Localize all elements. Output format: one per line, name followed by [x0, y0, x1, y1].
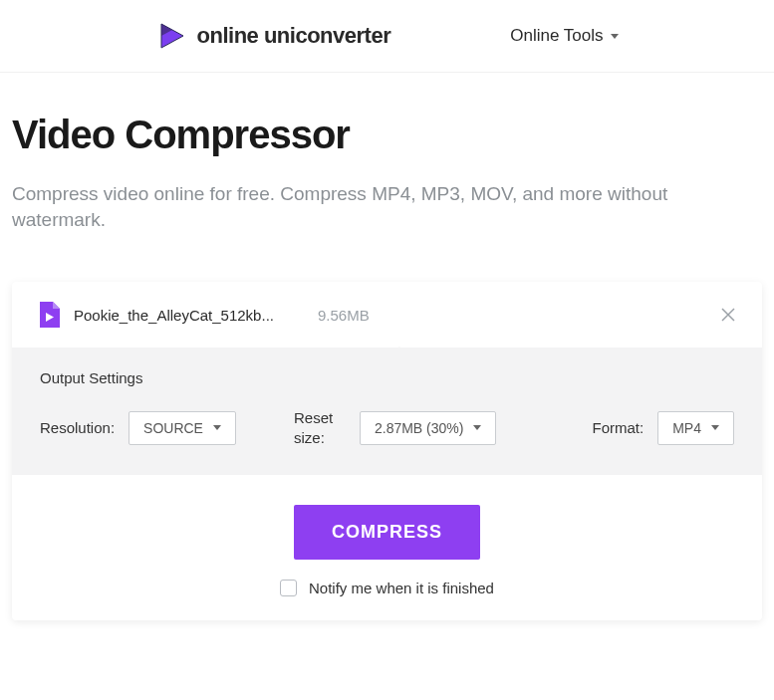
pointer-arrow	[390, 347, 408, 355]
nav-online-tools-label: Online Tools	[510, 26, 603, 46]
resolution-value: SOURCE	[143, 420, 203, 436]
chevron-down-icon	[473, 425, 481, 430]
compress-button[interactable]: COMPRESS	[294, 505, 480, 560]
format-dropdown[interactable]: MP4	[657, 411, 734, 445]
file-row: Pookie_the_AlleyCat_512kb... 9.56MB	[12, 282, 762, 348]
video-file-icon	[38, 302, 60, 328]
nav-online-tools[interactable]: Online Tools	[510, 26, 619, 46]
resolution-label: Resolution:	[40, 419, 115, 436]
reset-size-value: 2.87MB (30%)	[375, 420, 463, 436]
actions: COMPRESS Notify me when it is finished	[12, 475, 762, 620]
page-title: Video Compressor	[12, 113, 762, 157]
main-content: Video Compressor Compress video online f…	[0, 73, 774, 620]
chevron-down-icon	[711, 425, 719, 430]
notify-checkbox[interactable]	[280, 580, 297, 596]
header: online uniconverter Online Tools	[0, 0, 774, 73]
chevron-down-icon	[611, 34, 619, 39]
settings-row: Resolution: SOURCE Reset size: 2.87MB (3…	[40, 408, 734, 447]
chevron-down-icon	[213, 425, 221, 430]
close-icon[interactable]	[720, 307, 736, 323]
settings-heading: Output Settings	[40, 369, 734, 386]
resolution-dropdown[interactable]: SOURCE	[129, 411, 236, 445]
play-triangle-icon	[155, 20, 187, 52]
compressor-card: Pookie_the_AlleyCat_512kb... 9.56MB Outp…	[12, 282, 762, 620]
format-label: Format:	[593, 419, 645, 436]
brand-name: online uniconverter	[197, 23, 391, 49]
file-size: 9.56MB	[318, 307, 370, 324]
reset-size-dropdown[interactable]: 2.87MB (30%)	[360, 411, 496, 445]
format-value: MP4	[672, 420, 701, 436]
notify-row: Notify me when it is finished	[280, 580, 494, 596]
file-name: Pookie_the_AlleyCat_512kb...	[74, 307, 274, 324]
output-settings: Output Settings Resolution: SOURCE Reset…	[12, 348, 762, 475]
notify-label: Notify me when it is finished	[309, 580, 494, 596]
reset-size-label: Reset size:	[294, 408, 346, 447]
brand-logo[interactable]: online uniconverter	[155, 20, 391, 52]
page-subtitle: Compress video online for free. Compress…	[12, 181, 762, 232]
